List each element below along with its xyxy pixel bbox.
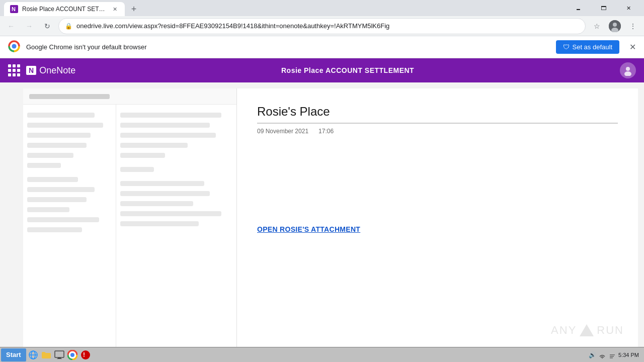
sidebar-header-placeholder <box>29 94 110 99</box>
user-profile-button[interactable] <box>620 62 636 78</box>
note-date-value: 09 November 2021 <box>257 128 308 135</box>
dismiss-notification-button[interactable]: ✕ <box>629 42 636 52</box>
svg-rect-22 <box>610 356 614 357</box>
watermark-text-run: RUN <box>597 324 624 337</box>
skeleton-line <box>27 153 73 158</box>
svg-point-3 <box>613 23 617 27</box>
skeleton-line <box>120 201 193 206</box>
network-icon[interactable] <box>598 351 606 359</box>
tab-close-button[interactable]: ✕ <box>111 5 119 13</box>
default-browser-message: Google Chrome isn't your default browser <box>26 43 550 51</box>
onenote-header: N OneNote Rosie Place ACCOUNT SETTLEMENT <box>0 58 644 82</box>
profile-button[interactable] <box>608 19 622 33</box>
url-text: onedrive.live.com/view.aspx?resid=8FFEAE… <box>76 22 579 30</box>
volume-icon[interactable]: 🔊 <box>588 351 596 359</box>
svg-point-9 <box>624 71 631 76</box>
svg-point-18 <box>81 350 90 359</box>
shield-icon: 🛡 <box>563 43 570 51</box>
default-browser-bar: Google Chrome isn't your default browser… <box>0 36 644 58</box>
tab-title: Rosie Place ACCOUNT SETTLEMENT <box>22 6 107 13</box>
skeleton-line <box>27 133 91 138</box>
chrome-menu-button[interactable]: ⋮ <box>626 19 640 33</box>
taskbar-time: 5:34 PM <box>618 352 639 358</box>
skeleton-line <box>27 143 87 148</box>
new-tab-button[interactable]: + <box>127 2 141 16</box>
skeleton-line <box>120 211 221 216</box>
grid-dot-5 <box>13 69 16 72</box>
skeleton-line <box>120 113 221 118</box>
taskbar-ie-icon[interactable] <box>27 349 39 361</box>
sidebar-left-panel <box>23 105 116 347</box>
tab-favicon: N <box>10 5 18 13</box>
minimize-button[interactable]: 🗕 <box>567 0 590 16</box>
watermark-triangle-icon <box>580 324 594 336</box>
skeleton-line <box>27 187 95 192</box>
skeleton-line <box>27 123 103 128</box>
active-tab[interactable]: N Rosie Place ACCOUNT SETTLEMENT ✕ <box>4 2 125 16</box>
sidebar <box>23 88 237 347</box>
sidebar-right-panel <box>116 105 236 347</box>
watermark-text-any: ANY <box>551 324 577 337</box>
skeleton-line <box>120 221 199 226</box>
skeleton-line <box>120 181 204 186</box>
note-time-value: 17:06 <box>318 128 334 135</box>
set-default-label: Set as default <box>573 43 613 51</box>
note-metadata: 09 November 2021 17:06 <box>257 128 618 135</box>
onenote-logo[interactable]: N OneNote <box>26 65 75 76</box>
open-attachment-link[interactable]: OPEN ROSIE'S ATTACHMENT <box>257 225 360 233</box>
set-default-button[interactable]: 🛡 Set as default <box>556 40 620 54</box>
bookmark-button[interactable]: ☆ <box>590 19 604 33</box>
taskbar-chrome-icon[interactable] <box>66 349 78 361</box>
notifications-icon[interactable] <box>608 351 616 359</box>
skeleton-line <box>27 197 87 202</box>
taskbar-antivirus-icon[interactable]: ! <box>79 349 92 361</box>
sidebar-header <box>23 88 236 105</box>
taskbar-system-tray: 🔊 5:34 PM <box>584 351 643 359</box>
main-content: Rosie's Place 09 November 2021 17:06 OPE… <box>0 82 644 347</box>
svg-rect-23 <box>610 357 613 358</box>
skeleton-line <box>120 191 210 196</box>
grid-dot-2 <box>13 64 16 67</box>
back-button[interactable]: ← <box>4 19 18 33</box>
skeleton-line <box>120 167 154 172</box>
skeleton-line <box>120 133 216 138</box>
lock-icon: 🔒 <box>65 23 72 30</box>
skeleton-line <box>120 153 165 158</box>
onenote-n-icon: N <box>26 66 36 75</box>
note-title: Rosie's Place <box>257 105 618 124</box>
skeleton-line <box>27 177 78 182</box>
forward-button[interactable]: → <box>22 19 36 33</box>
start-button[interactable]: Start <box>1 348 26 361</box>
skeleton-line <box>27 227 82 232</box>
skeleton-line <box>120 123 210 128</box>
watermark: ANY RUN <box>551 324 624 337</box>
apps-grid-button[interactable] <box>8 64 20 76</box>
tab-bar: N Rosie Place ACCOUNT SETTLEMENT ✕ + <box>4 0 567 16</box>
url-bar[interactable]: 🔒 onedrive.live.com/view.aspx?resid=8FFE… <box>58 18 586 34</box>
grid-dot-6 <box>17 69 20 72</box>
svg-rect-21 <box>610 354 615 355</box>
start-label: Start <box>6 351 21 358</box>
grid-dot-3 <box>17 64 20 67</box>
skeleton-line <box>27 163 61 168</box>
sidebar-panel <box>23 105 236 347</box>
taskbar-monitor-icon[interactable] <box>53 349 65 361</box>
svg-point-8 <box>626 67 630 71</box>
window-controls: 🗕 🗖 ✕ <box>567 0 640 16</box>
grid-dot-1 <box>8 64 11 67</box>
taskbar-folder-icon[interactable] <box>40 349 52 361</box>
note-content: Rosie's Place 09 November 2021 17:06 OPE… <box>237 88 638 347</box>
svg-rect-14 <box>58 357 61 358</box>
skeleton-line <box>27 207 69 212</box>
titlebar: N Rosie Place ACCOUNT SETTLEMENT ✕ + 🗕 🗖… <box>0 0 644 16</box>
close-button[interactable]: ✕ <box>617 0 640 16</box>
skeleton-line <box>120 143 188 148</box>
grid-dot-7 <box>8 73 11 76</box>
maximize-button[interactable]: 🗖 <box>592 0 615 16</box>
onenote-app-name: OneNote <box>39 65 75 76</box>
svg-point-7 <box>12 44 16 48</box>
grid-dot-8 <box>13 73 16 76</box>
skeleton-line <box>27 217 99 222</box>
skeleton-line <box>27 113 95 118</box>
refresh-button[interactable]: ↻ <box>40 19 54 33</box>
